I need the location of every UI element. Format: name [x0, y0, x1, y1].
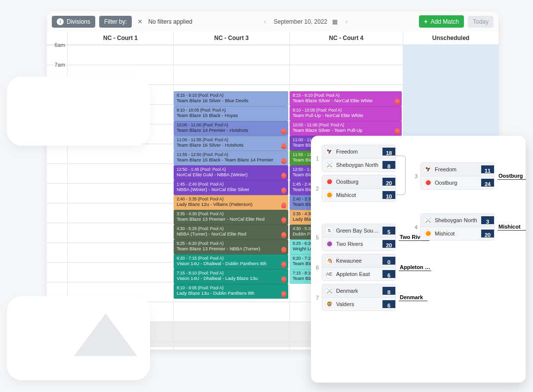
schedule-event[interactable]: 6:20 - 7:15 (Pool: Pool A)Vision 14U - D…	[174, 254, 288, 269]
schedule-event[interactable]: 8:10 - 9:05 (Pool: Pool A)Lady Blaze 13u…	[174, 284, 288, 299]
team-score: 8	[382, 287, 395, 295]
team-score: 18	[382, 148, 395, 156]
schedule-event[interactable]: 7:15 - 8:10 (Pool: Pool A)Vision 14U - D…	[174, 269, 288, 284]
event-time: 9:10 - 10:05 (Pool: Pool A)	[293, 108, 399, 113]
header-court1: NC - Court 1	[68, 32, 174, 44]
event-time: 5:25 - 6:20 (Pool: Pool A)	[177, 241, 285, 246]
event-title: Team Blaze 16 Silver - Blue Devils	[177, 98, 285, 103]
match-number: 4	[412, 213, 420, 240]
schedule-event[interactable]: 3:35 - 4:30 (Pool: Pool A)Team Blaze 13 …	[174, 210, 288, 225]
schedule-event[interactable]: 4:30 - 5:25 (Pool: Pool A)NBBA (Turner) …	[174, 225, 288, 239]
schedule-event[interactable]: 10:05 - 11:00 (Pool: Pool A)Team Blaze S…	[290, 121, 402, 136]
team-icon: 🔴	[424, 179, 432, 187]
event-time: 4:30 - 5:25 (Pool: Pool A)	[177, 226, 285, 231]
bracket-match[interactable]: 4⚔️Sheboygan North3🟠Mishicot20Mishicot	[412, 213, 526, 240]
team-score: 5	[382, 227, 395, 235]
team-icon: 🟣	[325, 240, 333, 248]
team-score: 20	[481, 230, 494, 237]
schedule-event[interactable]: 10:05 - 11:00 (Pool: Pool A)Team Blaze 1…	[174, 121, 288, 136]
bracket-round2: 3🦅Freedom11🔴Oostburg24Oostburg	[412, 160, 526, 192]
court3-column[interactable]: 8:15 - 9:10 (Pool: Pool A)Team Blaze 16 …	[174, 45, 290, 350]
schedule-event[interactable]: 5:25 - 6:20 (Pool: Pool A)Team Blaze 13 …	[174, 239, 288, 254]
team-icon: 🦅	[424, 165, 432, 173]
event-flag-icon	[281, 232, 286, 238]
info-icon: i	[57, 18, 64, 25]
column-headers: NC - Court 1 NC - Court 3 NC - Court 4 U…	[47, 32, 498, 45]
event-title: Team Blaze 16 Silver - Hotshots	[177, 142, 285, 148]
team-icon: ⚔️	[325, 287, 333, 295]
team-name: Kewaunee	[336, 258, 380, 264]
team-icon: AE	[325, 270, 333, 278]
team-name: Appleton East	[336, 271, 380, 277]
event-title: Team Blaze 15 Black - Team Blaze 14 Prem…	[177, 157, 285, 162]
team-row: SGreen Bay South…5	[322, 224, 395, 237]
divisions-button[interactable]: i Divisions	[52, 16, 95, 28]
filter-button[interactable]: Filter by:	[99, 16, 132, 28]
event-title: NorCal Elite Gold - NBBA (Winter)	[177, 172, 285, 177]
schedule-event[interactable]: 9:10 - 10:05 (Pool: Pool A)Team Blaze 15…	[174, 106, 288, 121]
schedule-event[interactable]: 8:15 - 9:10 (Pool: Pool A)Team Blaze 16 …	[174, 91, 288, 106]
prev-day-icon[interactable]: ‹	[261, 17, 268, 26]
winner-label: Appleton …	[399, 264, 431, 271]
team-name: Oostburg	[435, 180, 478, 186]
time-tick: 7am	[55, 62, 65, 68]
team-score: 3	[481, 216, 494, 224]
event-title: Team Pull-Up - NorCal Elite White	[293, 113, 399, 118]
winner-label: Denmark	[399, 294, 427, 301]
team-icon: ⚔️	[424, 216, 432, 224]
event-time: 11:55 - 12:50 (Pool: Pool A)	[177, 152, 285, 157]
next-day-icon[interactable]: ›	[343, 17, 350, 26]
winner-label: Oostburg	[497, 173, 526, 180]
event-time: 8:15 - 9:10 (Pool: Pool A)	[293, 93, 399, 98]
event-flag-icon	[281, 262, 286, 268]
event-title: Lady Blaze 12u - Villains (Patterson)	[177, 201, 285, 207]
team-score: 20	[382, 240, 395, 248]
team-icon: 🟠	[325, 191, 333, 199]
calendar-icon[interactable]: ▦	[332, 18, 338, 25]
team-row: 🦅Freedom18	[322, 145, 395, 158]
bracket-match[interactable]: 6🐴Kewaunee0AEAppleton East6Appleton …	[313, 254, 517, 281]
match-number: 1	[313, 145, 322, 172]
bracket-match[interactable]: 7⚔️Denmark8🦁Valders6Denmark	[313, 284, 517, 311]
event-title: Team Blaze 14 Premier - Hotshots	[177, 127, 285, 133]
time-tick: 6am	[55, 42, 65, 48]
add-match-button[interactable]: + Add Match	[419, 15, 464, 28]
event-flag-icon	[281, 173, 286, 179]
schedule-event[interactable]: 2:40 - 3:35 (Pool: Pool A)Lady Blaze 12u…	[174, 195, 288, 210]
team-row: 🟣Two Rivers20	[322, 237, 395, 250]
team-icon: 🐴	[325, 257, 333, 265]
team-score: 8	[382, 161, 395, 169]
event-flag-icon	[281, 217, 286, 223]
bracket-match[interactable]: 3🦅Freedom11🔴Oostburg24Oostburg	[412, 162, 526, 190]
clear-filters-icon[interactable]: ×	[136, 17, 144, 26]
event-time: 7:15 - 8:10 (Pool: Pool A)	[177, 271, 285, 275]
team-score: 24	[481, 179, 494, 187]
schedule-event[interactable]: 1:45 - 2:40 (Pool: Pool A)NBBA (Winter) …	[174, 180, 288, 195]
event-title: Team Blaze Silver - NorCal Elite White	[293, 98, 399, 103]
event-flag-icon	[281, 143, 286, 149]
current-date[interactable]: September 10, 2022	[274, 18, 328, 25]
event-flag-icon	[281, 247, 286, 253]
event-time: 3:35 - 4:30 (Pool: Pool A)	[177, 211, 285, 216]
team-score: 11	[481, 165, 494, 173]
today-button[interactable]: Today	[468, 16, 494, 28]
team-name: Freedom	[435, 166, 478, 172]
event-time: 10:05 - 11:00 (Pool: Pool A)	[293, 122, 399, 127]
event-title: Team Blaze Silver - Team Pull-Up	[293, 127, 399, 133]
schedule-event[interactable]: 9:10 - 10:05 (Pool: Pool A)Team Pull-Up …	[290, 106, 402, 121]
team-icon: 🟠	[424, 230, 432, 237]
event-title: Team Blaze 13 Premier - NBBA (Turner)	[177, 246, 285, 251]
event-title: NBBA (Turner) - NorCal Elite Red	[177, 231, 285, 236]
team-icon: 🦁	[325, 300, 333, 308]
header-unscheduled: Unscheduled	[403, 32, 498, 44]
schedule-event[interactable]: 8:15 - 9:10 (Pool: Pool A)Team Blaze Sil…	[290, 91, 402, 106]
team-score: 10	[382, 191, 395, 199]
schedule-event[interactable]: 11:00 - 11:55 (Pool: Pool A)Team Blaze 1…	[174, 136, 288, 151]
bracket-connector	[396, 156, 406, 195]
schedule-event[interactable]: 12:50 - 1:45 (Pool: Pool A)NorCal Elite …	[174, 165, 288, 180]
event-time: 1:45 - 2:40 (Pool: Pool A)	[177, 182, 285, 187]
team-row: 🟠Mishicot10	[322, 189, 395, 201]
schedule-event[interactable]: 11:55 - 12:50 (Pool: Pool A)Team Blaze 1…	[174, 151, 288, 165]
event-title: Team Blaze 15 Black - Hoyas	[177, 113, 285, 118]
event-time: 12:50 - 1:45 (Pool: Pool A)	[177, 167, 285, 172]
